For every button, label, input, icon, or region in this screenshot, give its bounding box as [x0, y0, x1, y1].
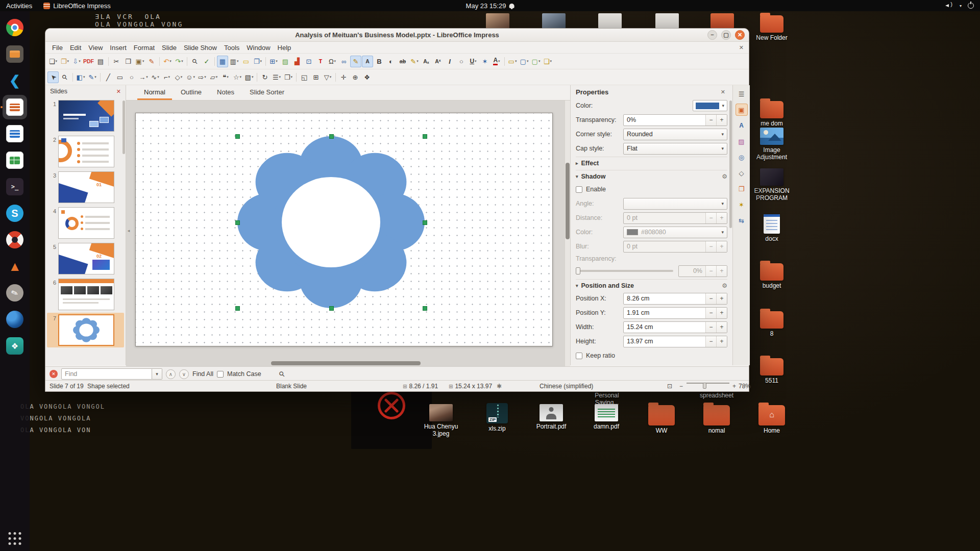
decrease-button[interactable]: − [705, 293, 716, 304]
sidebar-styles-icon[interactable]: A [736, 119, 748, 132]
toolbar-icon[interactable]: ▾ [214, 57, 215, 66]
menu-item[interactable]: Format [130, 43, 158, 53]
view-tab[interactable]: Notes [210, 86, 241, 100]
insert-table-icon[interactable]: ⊞▾ [268, 56, 279, 67]
menu-item[interactable]: Slide Show [180, 43, 220, 53]
underline-icon[interactable]: U▾ [468, 56, 479, 67]
increase-button[interactable]: + [716, 308, 727, 318]
properties-scrollbar[interactable] [729, 101, 732, 228]
selection-handle[interactable] [423, 306, 427, 311]
fill-color-icon[interactable]: ◧▾ [75, 71, 86, 83]
toolbar-icon[interactable]: ▾ [187, 57, 187, 66]
print-icon[interactable]: ▤▾ [95, 56, 106, 67]
fit-slide-icon[interactable]: ⊡ [667, 383, 672, 390]
menu-item[interactable]: Tools [220, 43, 243, 53]
selection-handle[interactable] [329, 134, 334, 139]
desktop-icon-home[interactable]: ⌂ Home [748, 405, 795, 434]
crop-image-icon[interactable]: ⊞▾ [310, 71, 322, 83]
master-slide-icon[interactable]: ❐▾ [252, 56, 263, 67]
dock-browser-icon[interactable] [3, 307, 27, 332]
menu-item[interactable]: Slide [158, 43, 180, 53]
shadow-angle-select[interactable]: ▾ [623, 198, 727, 210]
increase-button[interactable]: + [716, 266, 727, 277]
dock-vscode-icon[interactable] [3, 68, 27, 93]
desktop-icon-5511[interactable]: 5511 [748, 358, 795, 384]
connectors-icon[interactable]: ⌐▾ [161, 71, 173, 83]
increase-button[interactable]: + [716, 322, 727, 333]
callout-shapes-icon[interactable]: ❝▾ [220, 71, 231, 83]
volume-icon[interactable] [945, 3, 953, 9]
sidebar-menu-icon[interactable]: ☰ [736, 88, 748, 100]
desktop-icon-partial[interactable] [598, 13, 622, 29]
dock-skype-icon[interactable] [3, 201, 27, 226]
callout-round-icon[interactable]: ❑▾ [542, 56, 553, 67]
increase-button[interactable]: + [716, 241, 727, 252]
align-objects-icon[interactable]: ☰▾ [271, 71, 282, 83]
desktop-icon-ww[interactable]: WW [638, 405, 685, 434]
save-icon[interactable]: ⇩▾ [71, 56, 82, 67]
close-button[interactable]: ✕ [735, 30, 745, 40]
italic-icon[interactable]: I▾ [444, 56, 455, 67]
menu-item[interactable]: Window [243, 43, 274, 53]
rectangle-shape-icon[interactable]: ▢▾ [519, 56, 530, 67]
desktop-icon-new-folder[interactable]: New Folder [748, 15, 795, 41]
desktop-icon-docx[interactable]: docx [748, 214, 795, 242]
zoom-out-button[interactable]: − [679, 383, 683, 390]
slides-panel-close-icon[interactable]: ✕ [116, 88, 121, 95]
increase-button[interactable]: + [716, 115, 727, 126]
desktop-icon-partial[interactable] [486, 13, 509, 29]
activities-button[interactable]: Activities [6, 2, 32, 10]
view-tab[interactable]: Normal [137, 86, 172, 100]
display-views-icon[interactable]: ▥▾ [229, 56, 240, 67]
vertical-scrollbar[interactable] [565, 101, 570, 366]
edit-points-icon[interactable]: ✛▾ [338, 71, 349, 83]
show-applications-icon[interactable] [9, 532, 21, 545]
decrease-button[interactable]: − [705, 336, 716, 347]
slide-thumbnail-1[interactable]: 1 [47, 98, 124, 133]
curve-icon[interactable]: ∿▾ [150, 71, 161, 83]
find-replace-icon[interactable]: ⚲▾ [189, 56, 201, 67]
insert-ole-object-icon[interactable]: ⊡▾ [303, 56, 314, 67]
arrange-icon[interactable]: ❒▾ [283, 71, 294, 83]
menu-item[interactable]: File [48, 43, 66, 53]
maximize-button[interactable]: ▢ [721, 30, 731, 40]
insert-chart-icon[interactable]: ▟▾ [291, 56, 303, 67]
rounded-rectangle-icon[interactable]: ▢▾ [530, 56, 542, 67]
shadow-transparency-slider[interactable] [576, 270, 673, 272]
increase-button[interactable]: + [716, 336, 727, 347]
callout-shapes-icon[interactable]: ▭▾ [507, 56, 518, 67]
sidebar-transition-icon[interactable]: ⇆ [736, 214, 748, 227]
toolbar-icon[interactable]: ▾ [296, 73, 297, 82]
symbol-shapes-icon[interactable]: ☺▾ [185, 71, 196, 83]
desktop-icon-budget[interactable]: budget [748, 263, 795, 289]
title-bar[interactable]: Analysis of Meituan's Business Model.ppt… [45, 29, 749, 42]
slide-editing-area[interactable] [135, 113, 553, 346]
selection-handle[interactable] [235, 220, 240, 225]
focused-app-indicator[interactable]: LibreOffice Impress [43, 2, 110, 10]
gear-icon[interactable]: ⚙ [722, 173, 727, 180]
selection-handle[interactable] [235, 306, 240, 311]
position-x-stepper[interactable]: 8.26 cm − + [623, 293, 727, 305]
desktop-icon-nomal[interactable]: nomal [693, 405, 740, 434]
slide-thumbnail-6[interactable]: 6 [47, 277, 124, 312]
decrease-button[interactable]: − [705, 115, 716, 126]
shadow-distance-stepper[interactable]: 0 pt − + [623, 212, 727, 224]
minimize-button[interactable]: − [707, 30, 717, 40]
desktop-icon-expansion-program[interactable]: EXPANSION PROGRAM [748, 168, 795, 202]
toolbar-icon[interactable]: ▾ [265, 57, 266, 66]
desktop-icon-portrait-pdf[interactable]: Portrait.pdf [528, 404, 575, 430]
redo-icon[interactable]: ↷▾ [174, 56, 185, 67]
cut-icon[interactable]: ✂▾ [111, 56, 122, 67]
desktop-icon-partial[interactable] [542, 13, 566, 29]
height-stepper[interactable]: 13.97 cm − + [623, 336, 727, 347]
menu-item[interactable]: Edit [66, 43, 85, 53]
shadow-transparency-stepper[interactable]: 0% − + [678, 265, 727, 277]
selection-handle[interactable] [423, 220, 427, 225]
strikethrough-icon[interactable]: ab▾ [397, 56, 408, 67]
selection-handle[interactable] [423, 134, 427, 139]
slide-thumbnail-7[interactable]: 7 [47, 313, 124, 347]
dock-impress-icon[interactable] [3, 95, 27, 119]
show-draw-functions-icon[interactable]: ✎▾ [350, 56, 361, 67]
position-y-stepper[interactable]: 1.91 cm − + [623, 307, 727, 319]
desktop-icon-8[interactable]: 8 [748, 311, 795, 337]
